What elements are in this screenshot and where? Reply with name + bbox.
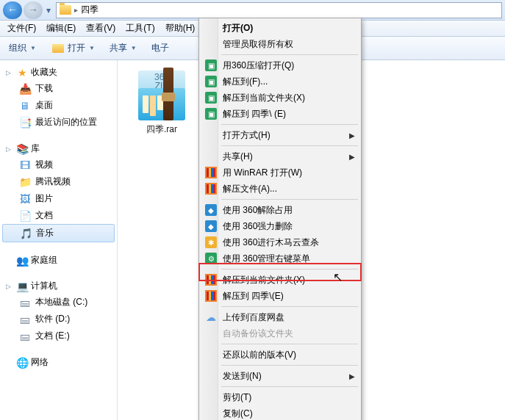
toolbar-open-label: 打开 (68, 42, 85, 54)
sidebar-computer-label: 计算机 (31, 280, 57, 292)
sidebar-homegroup: 👥家庭组 (0, 253, 117, 268)
arrow-left-icon: ← (7, 4, 18, 15)
ctx-open-with[interactable]: 打开方式(H)▶ (201, 127, 359, 143)
sidebar-item-pictures[interactable]: 🖼图片 (0, 190, 117, 207)
arrow-right-icon: → (28, 4, 38, 15)
submenu-arrow-icon: ▶ (349, 131, 355, 140)
ctx-restore[interactable]: 还原以前的版本(V) (201, 347, 359, 363)
sidebar-item-label: 视频 (35, 159, 53, 171)
ctx-extract-here-2[interactable]: 解压到当前文件夹(X) (201, 272, 359, 288)
sidebar-item-music[interactable]: 🎵音乐 (2, 224, 115, 242)
collapse-icon: ▷ (6, 283, 13, 290)
sidebar-homegroup-label: 家庭组 (31, 254, 57, 267)
ctx-label: 复制(C) (223, 408, 253, 420)
toolbar-email[interactable]: 电子 (148, 40, 172, 56)
sidebar-favorites-head[interactable]: ▷★收藏夹 (0, 65, 117, 80)
sidebar-computer: ▷💻计算机 🖴本地磁盘 (C:) 🖴软件 (D:) 🖴文档 (E:) (0, 278, 117, 344)
menu-edit[interactable]: 编辑(E) (42, 21, 80, 36)
ctx-admin[interactable]: 管理员取得所有权 (201, 36, 359, 52)
ctx-cut[interactable]: 剪切(T) (201, 389, 359, 405)
sidebar-item-documents[interactable]: 📄文档 (0, 207, 117, 224)
breadcrumb-separator-icon: ▸ (74, 6, 78, 14)
ctx-label: 共享(H) (223, 151, 253, 163)
ctx-label: 上传到百度网盘 (223, 311, 284, 324)
computer-icon: 💻 (16, 280, 28, 292)
sidebar-computer-head[interactable]: ▷💻计算机 (0, 278, 117, 294)
documents-icon: 📄 (19, 210, 31, 222)
ctx-label: 打开方式(H) (223, 129, 271, 142)
ctx-winrar-open[interactable]: 用 WinRAR 打开(W) (201, 164, 359, 181)
breadcrumb-current[interactable]: 四季 (81, 4, 99, 16)
archive-icon: 360ZIP (135, 68, 188, 120)
sidebar-network: 🌐网络 (0, 355, 117, 370)
toolbar-organize[interactable]: 组织▼ (6, 40, 39, 56)
gear-icon: ⚙ (205, 253, 217, 264)
360-icon: ▣ (205, 59, 217, 71)
ctx-separator (221, 306, 358, 307)
sidebar-item-drive-c[interactable]: 🖴本地磁盘 (C:) (0, 294, 117, 311)
download-icon: 📥 (19, 83, 31, 95)
ctx-360-scan[interactable]: ✱使用 360进行木马云查杀 (201, 234, 359, 250)
file-item[interactable]: 360ZIP 四季.rar (125, 68, 198, 136)
open-icon (52, 44, 64, 53)
homegroup-icon: 👥 (16, 255, 28, 267)
ctx-extract-to[interactable]: ▣解压到(F)... (201, 73, 359, 90)
ctx-copy[interactable]: 复制(C) (201, 405, 359, 420)
sidebar: ▷★收藏夹 📥下载 🖥桌面 📑最近访问的位置 ▷📚库 🎞视频 📁腾讯视频 🖼图片… (0, 60, 118, 420)
collapse-icon: ▷ (6, 145, 13, 153)
ctx-extract-files[interactable]: 解压文件(A)... (201, 181, 359, 197)
sidebar-item-label: 音乐 (36, 227, 54, 239)
sidebar-libraries: ▷📚库 🎞视频 📁腾讯视频 🖼图片 📄文档 🎵音乐 (0, 141, 117, 242)
sidebar-item-drive-e[interactable]: 🖴文档 (E:) (0, 327, 117, 344)
sidebar-item-label: 桌面 (35, 99, 53, 112)
nav-history-dropdown[interactable]: ▾ (44, 5, 53, 15)
ctx-label: 解压到 四季\ (E) (223, 108, 286, 120)
sidebar-item-drive-d[interactable]: 🖴软件 (D:) (0, 311, 117, 327)
winrar-icon (205, 183, 217, 195)
ctx-label: 管理员取得所有权 (223, 38, 293, 51)
sidebar-item-label: 本地磁盘 (C:) (35, 296, 87, 308)
ctx-share[interactable]: 共享(H)▶ (201, 148, 359, 164)
menu-tools[interactable]: 工具(T) (121, 21, 159, 36)
ctx-label: 使用 360进行木马云查杀 (223, 236, 319, 249)
nav-forward-button[interactable]: → (24, 1, 43, 19)
ctx-open-360[interactable]: ▣用360压缩打开(Q) (201, 57, 359, 73)
ctx-upload-baidu[interactable]: ☁上传到百度网盘 (201, 309, 359, 325)
address-bar[interactable]: ▸ 四季 (56, 2, 502, 18)
ctx-extract-name-2[interactable]: 解压到 四季\(E) (201, 288, 359, 304)
ctx-360-force[interactable]: ◆使用 360强力删除 (201, 218, 359, 234)
ctx-360-menu[interactable]: ⚙使用 360管理右键菜单 (201, 250, 359, 267)
star-icon: ★ (16, 67, 28, 79)
ctx-separator (221, 365, 358, 366)
ctx-label: 解压到当前文件夹(X) (223, 92, 305, 104)
toolbar-share[interactable]: 共享▼ (107, 40, 140, 56)
sidebar-item-tencent[interactable]: 📁腾讯视频 (0, 173, 117, 190)
menu-file[interactable]: 文件(F) (3, 21, 40, 36)
winrar-icon (205, 290, 217, 302)
ctx-label: 使用 360强力删除 (223, 220, 293, 233)
sidebar-homegroup-head[interactable]: 👥家庭组 (0, 253, 117, 268)
submenu-arrow-icon: ▶ (349, 372, 355, 380)
drive-icon: 🖴 (19, 314, 31, 325)
menu-help[interactable]: 帮助(H) (161, 21, 200, 36)
sidebar-network-head[interactable]: 🌐网络 (0, 355, 117, 370)
shield-icon: ◆ (205, 204, 217, 216)
nav-back-button[interactable]: ← (3, 1, 22, 19)
ctx-open[interactable]: 打开(O) (201, 20, 359, 36)
sidebar-libraries-head[interactable]: ▷📚库 (0, 141, 117, 156)
toolbar-open[interactable]: 打开▼ (48, 40, 98, 56)
ctx-extract-here[interactable]: ▣解压到当前文件夹(X) (201, 90, 359, 106)
pictures-icon: 🖼 (19, 193, 31, 205)
library-icon: 📚 (16, 143, 28, 155)
ctx-extract-name[interactable]: ▣解压到 四季\ (E) (201, 106, 359, 122)
menu-view[interactable]: 查看(V) (82, 21, 120, 36)
sidebar-item-downloads[interactable]: 📥下载 (0, 80, 117, 97)
ctx-360-release[interactable]: ◆使用 360解除占用 (201, 202, 359, 218)
sidebar-item-video[interactable]: 🎞视频 (0, 156, 117, 173)
ctx-label: 解压到 四季\(E) (223, 290, 284, 303)
ctx-send-to[interactable]: 发送到(N)▶ (201, 368, 359, 384)
shield-icon: ◆ (205, 220, 217, 232)
sidebar-item-recent[interactable]: 📑最近访问的位置 (0, 114, 117, 131)
sidebar-item-desktop[interactable]: 🖥桌面 (0, 97, 117, 114)
ctx-separator (221, 344, 358, 344)
